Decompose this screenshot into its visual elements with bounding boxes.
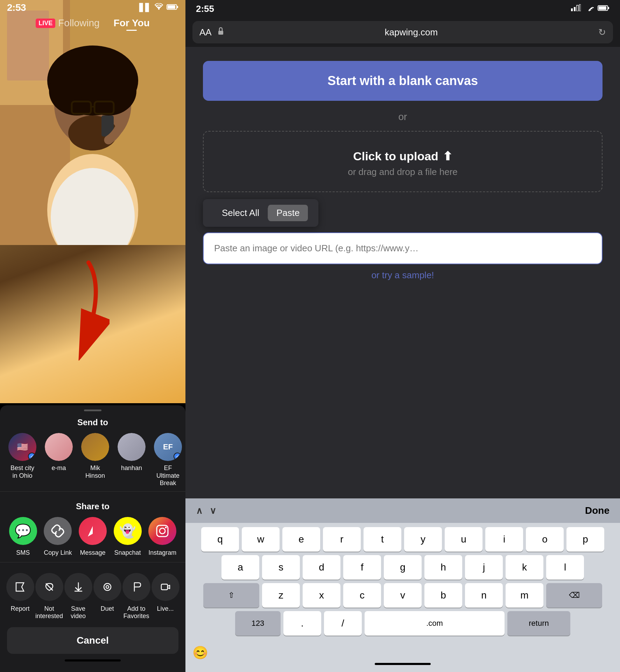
contact-mik[interactable]: Mik Hinson [81, 433, 109, 487]
app-instagram[interactable]: Instagram [145, 517, 180, 556]
url-display[interactable]: kapwing.com [230, 27, 593, 38]
reload-button[interactable]: ↻ [598, 27, 606, 38]
key-period[interactable]: . [283, 611, 321, 636]
key-j[interactable]: j [465, 555, 503, 580]
key-b[interactable]: b [424, 583, 462, 608]
contact-ema[interactable]: e-ma [45, 433, 73, 487]
key-x[interactable]: x [303, 583, 340, 608]
key-u[interactable]: u [445, 527, 482, 552]
share-panel: Send to 🇺🇸 ✓ Best city in Ohio e-ma [0, 405, 185, 672]
action-not-interested[interactable]: Not interested [35, 573, 64, 620]
keyboard-arrows: ∧ ∨ [196, 505, 216, 516]
keyboard-down-arrow[interactable]: ∨ [210, 505, 216, 516]
contact-name-ef: EF Ultimate Break [154, 464, 182, 487]
save-video-icon [64, 573, 92, 601]
key-z[interactable]: z [262, 583, 300, 608]
key-r[interactable]: r [323, 527, 361, 552]
app-sms[interactable]: 💬 SMS [6, 517, 41, 556]
blank-canvas-button[interactable]: Start with a blank canvas [203, 61, 603, 101]
contacts-row: 🇺🇸 ✓ Best city in Ohio e-ma Mik Hinson [0, 433, 185, 487]
key-return[interactable]: return [507, 611, 570, 636]
upload-area[interactable]: Click to upload ⬆ or drag and drop a fil… [203, 131, 603, 192]
app-message[interactable]: Message [75, 517, 110, 556]
action-save-video[interactable]: Save video [64, 573, 93, 620]
key-123[interactable]: 123 [235, 611, 281, 636]
not-interested-icon [35, 573, 63, 601]
svg-point-15 [158, 8, 160, 10]
browser-wifi-icon [584, 4, 594, 14]
svg-point-22 [160, 528, 165, 534]
for-you-label[interactable]: For You [114, 18, 150, 29]
contact-han[interactable]: hanhan [118, 433, 146, 487]
keyboard-done-button[interactable]: Done [585, 505, 610, 516]
left-time: 2:53 [7, 2, 26, 13]
keyboard-rows: q w e r t y u i o p a s d f g h j k [185, 523, 620, 642]
action-add-favorites[interactable]: Add toFavorites [122, 573, 151, 620]
key-s[interactable]: s [262, 555, 300, 580]
live-icon [152, 573, 179, 601]
key-y[interactable]: y [404, 527, 442, 552]
svg-rect-30 [574, 7, 576, 11]
try-sample-link[interactable]: or try a sample! [203, 270, 603, 281]
select-paste-bar: Select All Paste [203, 199, 318, 227]
key-w[interactable]: w [242, 527, 280, 552]
key-c[interactable]: c [343, 583, 381, 608]
contact-ef[interactable]: EF ✓ EF Ultimate Break [154, 433, 182, 487]
keyboard-up-arrow[interactable]: ∧ [196, 505, 203, 516]
key-slash[interactable]: / [324, 611, 362, 636]
key-l[interactable]: l [546, 555, 584, 580]
url-aa-button[interactable]: AA [199, 27, 212, 38]
key-q[interactable]: q [201, 527, 239, 552]
key-delete[interactable]: ⌫ [546, 583, 602, 608]
contact-avatar-ef: EF ✓ [154, 433, 182, 461]
key-i[interactable]: i [485, 527, 523, 552]
action-report[interactable]: Report [6, 573, 35, 620]
following-label: Following [58, 18, 99, 29]
key-d[interactable]: d [303, 555, 340, 580]
add-favorites-icon [122, 573, 150, 601]
app-copylink-label: Copy Link [44, 549, 72, 556]
app-message-label: Message [80, 549, 105, 556]
action-duet[interactable]: Duet [93, 573, 122, 620]
key-n[interactable]: n [465, 583, 503, 608]
url-lock-icon [217, 27, 224, 37]
svg-rect-17 [177, 6, 178, 8]
action-live[interactable]: Live... [151, 573, 180, 620]
action-report-label: Report [10, 605, 29, 613]
key-p[interactable]: p [566, 527, 604, 552]
report-icon [6, 573, 34, 601]
key-dotcom[interactable]: .com [365, 611, 505, 636]
key-shift[interactable]: ⇧ [203, 583, 259, 608]
key-m[interactable]: m [506, 583, 543, 608]
app-snapchat[interactable]: 👻 Snapchat [110, 517, 145, 556]
action-add-favorites-label: Add toFavorites [123, 605, 149, 620]
browser-url-bar[interactable]: AA kapwing.com ↻ [192, 21, 613, 43]
keyboard-row-3: ⇧ z x c v b n m ⌫ [188, 583, 617, 608]
select-all-button[interactable]: Select All [213, 205, 268, 221]
action-not-interested-label: Not interested [35, 605, 64, 620]
key-h[interactable]: h [424, 555, 462, 580]
key-t[interactable]: t [364, 527, 401, 552]
key-v[interactable]: v [384, 583, 422, 608]
divider-2 [0, 562, 185, 562]
cancel-button[interactable]: Cancel [7, 627, 178, 654]
url-input[interactable] [203, 232, 603, 264]
app-copylink[interactable]: Copy Link [41, 517, 76, 556]
contact-best-city[interactable]: 🇺🇸 ✓ Best city in Ohio [8, 433, 36, 487]
emoji-button[interactable]: 😊 [192, 645, 208, 660]
key-k[interactable]: k [506, 555, 543, 580]
key-o[interactable]: o [526, 527, 564, 552]
contact-name-mik: Mik Hinson [81, 464, 109, 479]
svg-rect-28 [161, 584, 168, 590]
sms-icon: 💬 [9, 517, 37, 545]
key-g[interactable]: g [384, 555, 422, 580]
tiktok-status-bar: 2:53 ▋▋ [0, 0, 185, 15]
key-a[interactable]: a [221, 555, 259, 580]
keyboard: q w e r t y u i o p a s d f g h j k [185, 523, 620, 672]
paste-button[interactable]: Paste [268, 205, 308, 221]
key-e[interactable]: e [282, 527, 320, 552]
key-f[interactable]: f [343, 555, 381, 580]
browser-content: Start with a blank canvas or Click to up… [185, 47, 620, 498]
copylink-icon [44, 517, 72, 545]
following-nav-item[interactable]: LIVE Following [36, 18, 99, 29]
